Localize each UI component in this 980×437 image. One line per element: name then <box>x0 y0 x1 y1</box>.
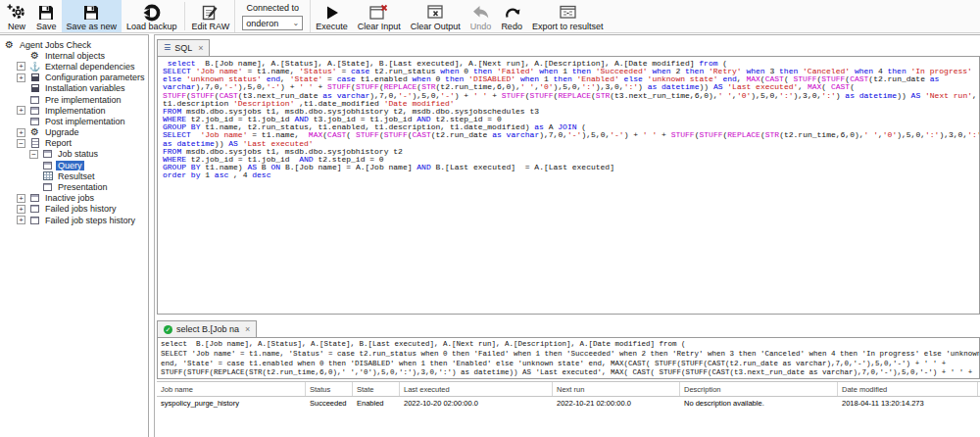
tree-item-installation-variables[interactable]: Installation variables <box>0 83 148 94</box>
executed-query-text: select B.[Job name], A.[Status], A.[Stat… <box>157 337 980 379</box>
toolbar-separator <box>184 2 185 30</box>
close-icon[interactable]: × <box>198 43 203 53</box>
tree-item-label: Pre implementation <box>43 95 123 105</box>
collapse-icon[interactable]: − <box>29 150 38 159</box>
column-header-state[interactable]: State <box>353 382 400 396</box>
edit-raw-button-label: Edit RAW <box>192 22 230 31</box>
redo-button[interactable]: Redo <box>496 0 527 32</box>
expand-icon[interactable]: + <box>17 73 25 82</box>
table-cell: 2022-10-20 02:00:00.0 <box>400 399 553 408</box>
sql-editor[interactable]: select B.[Job name], A.[Status], A.[Stat… <box>157 56 980 315</box>
tree-item-label: Configuration parameters <box>43 73 147 82</box>
tree-item-label: Internal objects <box>43 51 107 61</box>
tree-item-label: Inactive jobs <box>43 193 96 203</box>
connection-select[interactable]: onderon ⌄ <box>242 16 303 30</box>
column-header-date-modified[interactable]: Date modified <box>838 382 978 396</box>
column-header-status[interactable]: Status <box>306 382 353 396</box>
table-cell: Enabled <box>353 399 400 408</box>
undo-button-label: Undo <box>470 22 492 31</box>
tree-item-resultset[interactable]: Resultset <box>0 170 148 181</box>
collapse-icon[interactable]: − <box>17 139 25 148</box>
clear-input-button[interactable]: Clear Input <box>353 0 406 32</box>
tree-item-query[interactable]: Query <box>0 160 148 170</box>
load-backup-button-label: Load backup <box>126 22 177 31</box>
tab-sql[interactable]: ☰ SQL × <box>157 39 210 56</box>
execute-button-label: Execute <box>316 22 348 31</box>
tree-item-label: Upgrade <box>43 127 81 137</box>
execute-icon <box>324 3 340 22</box>
tree-item-post-implementation[interactable]: Post implementation <box>0 116 148 126</box>
load-backup-button[interactable]: Load backup <box>122 0 182 32</box>
tree-item-label: External dependencies <box>43 62 137 72</box>
expand-icon[interactable]: + <box>17 128 25 137</box>
tree-item-implementation[interactable]: +Implementation <box>0 105 148 116</box>
tree-item-upgrade[interactable]: +Upgrade <box>0 127 148 138</box>
win-icon <box>29 193 40 203</box>
clear-input-button-label: Clear Input <box>358 22 401 31</box>
anchor-icon <box>29 62 40 72</box>
table-cell: No description available. <box>680 399 838 408</box>
sidebar-tree: Agent Jobs CheckInternal objects+Externa… <box>0 34 149 437</box>
tree-item-failed-job-steps-history[interactable]: +Failed job steps history <box>0 215 148 225</box>
tree-item-external-dependencies[interactable]: +External dependencies <box>0 61 148 72</box>
tree-item-label: Post implementation <box>43 117 127 126</box>
edit-raw-button[interactable]: Edit RAW <box>187 0 235 32</box>
export-to-resultset-button[interactable]: Export to resultset <box>527 0 609 32</box>
expand-icon[interactable]: + <box>17 205 25 214</box>
save-as-new-icon <box>82 3 100 22</box>
plug-icon <box>29 73 40 82</box>
expand-icon[interactable]: + <box>17 194 25 203</box>
new-icon <box>7 3 26 22</box>
clear-output-button[interactable]: Clear Output <box>406 0 466 32</box>
tree-item-internal-objects[interactable]: Internal objects <box>0 50 148 61</box>
table-cell: 2022-10-21 02:00:00.0 <box>553 399 680 408</box>
save-as-new-button[interactable]: Save as new <box>62 0 122 32</box>
tab-sql-label: SQL <box>174 43 192 53</box>
clear-input-icon <box>369 3 388 22</box>
doc-icon <box>29 138 40 148</box>
success-check-icon: ✓ <box>164 325 172 334</box>
win-icon <box>29 117 40 126</box>
tree-item-label: Agent Jobs Check <box>18 40 93 50</box>
tree-item-configuration-parameters[interactable]: +Configuration parameters <box>0 73 148 83</box>
tree-item-failed-jobs-history[interactable]: +Failed jobs history <box>0 204 148 215</box>
save-button-label: Save <box>36 22 57 31</box>
export-to-resultset-button-label: Export to resultset <box>532 22 604 31</box>
table-icon <box>42 171 53 181</box>
save-as-new-button-label: Save as new <box>67 22 118 31</box>
tree-item-inactive-jobs[interactable]: +Inactive jobs <box>0 193 148 204</box>
save-button[interactable]: Save <box>31 0 62 32</box>
redo-button-label: Redo <box>501 22 522 31</box>
sql-list-icon: ☰ <box>164 44 171 52</box>
win-icon <box>42 182 53 192</box>
tree-item-agent-jobs-check[interactable]: Agent Jobs Check <box>0 39 148 50</box>
new-button[interactable]: New <box>2 0 31 32</box>
tree-item-presentation[interactable]: Presentation <box>0 181 148 192</box>
table-row[interactable]: syspolicy_purge_historySucceededEnabled2… <box>157 397 980 410</box>
tree-item-label: Report <box>43 138 74 148</box>
column-header-description[interactable]: Description <box>680 382 838 396</box>
tree-item-label: Presentation <box>56 182 110 192</box>
tab-query-output-label: select B.[Job na <box>176 324 239 334</box>
win-icon <box>42 161 53 170</box>
expand-icon[interactable]: + <box>17 62 25 71</box>
agent-jobs-check-app: New Save Save as new Load backup E <box>0 0 980 437</box>
undo-button[interactable]: Undo <box>466 0 497 32</box>
tab-query-output[interactable]: ✓ select B.[Job na × <box>157 320 257 337</box>
tree-item-label: Resultset <box>56 171 97 181</box>
execute-button[interactable]: Execute <box>311 0 353 32</box>
table-cell: syspolicy_purge_history <box>157 399 306 408</box>
column-header-last-executed[interactable]: Last executed <box>400 382 553 396</box>
tree-item-job-status[interactable]: −Job status <box>0 149 148 160</box>
new-button-label: New <box>8 22 25 31</box>
redo-icon <box>504 3 520 22</box>
tree-item-pre-implementation[interactable]: Pre implementation <box>0 94 148 105</box>
tree-item-report[interactable]: −Report <box>0 138 148 149</box>
edit-raw-icon <box>201 3 220 22</box>
expand-icon[interactable]: + <box>17 216 25 224</box>
close-icon[interactable]: × <box>245 324 250 334</box>
tree-item-label: Failed job steps history <box>43 216 137 225</box>
expand-icon[interactable]: + <box>17 106 25 115</box>
column-header-job-name[interactable]: Job name <box>157 382 306 396</box>
column-header-next-run[interactable]: Next run <box>553 382 680 396</box>
